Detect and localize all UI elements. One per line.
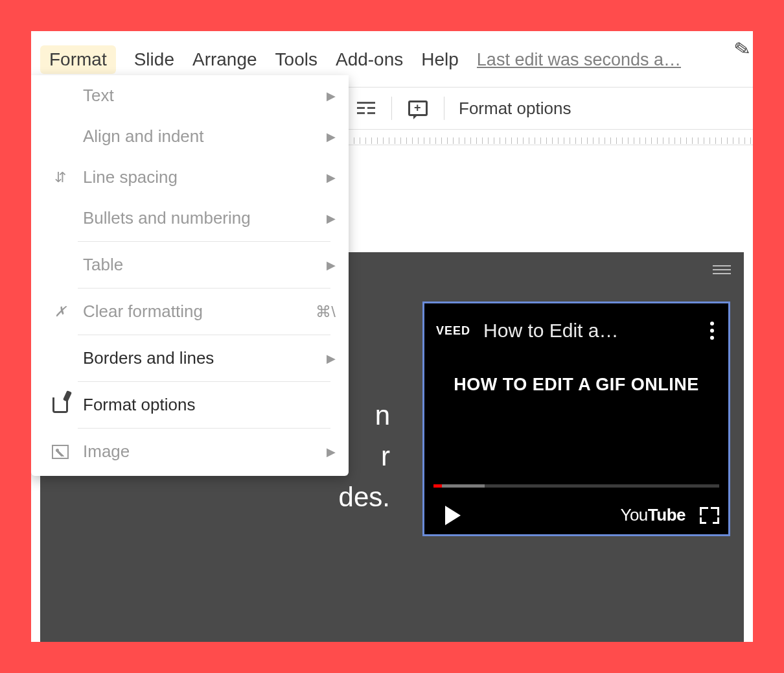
chevron-right-icon: ▶ — [327, 89, 336, 103]
slide-drag-handle-icon[interactable] — [713, 265, 731, 274]
clear-formatting-icon — [49, 303, 71, 320]
fullscreen-icon[interactable] — [700, 507, 719, 524]
video-controls: YouTube — [433, 505, 719, 525]
menu-item-table[interactable]: Table ▶ — [31, 244, 349, 285]
video-title[interactable]: How to Edit a… — [483, 320, 695, 342]
svg-rect-0 — [357, 102, 375, 104]
menu-addons[interactable]: Add-ons — [336, 49, 403, 70]
format-menu-dropdown: Text ▶ Align and indent ▶ Line spacing ▶… — [31, 75, 349, 476]
play-icon[interactable] — [445, 506, 461, 525]
kebab-menu-icon[interactable] — [708, 319, 717, 342]
svg-rect-4 — [367, 112, 375, 114]
menu-divider — [78, 381, 330, 382]
shortcut-label: ⌘\ — [316, 303, 336, 321]
menu-format[interactable]: Format — [40, 45, 116, 74]
chevron-right-icon: ▶ — [327, 130, 336, 144]
svg-rect-2 — [367, 107, 375, 109]
menu-divider — [78, 288, 330, 289]
text-line: des. — [338, 477, 390, 517]
menu-slide[interactable]: Slide — [134, 49, 174, 70]
chevron-right-icon: ▶ — [327, 351, 336, 366]
menu-item-align-indent[interactable]: Align and indent ▶ — [31, 116, 349, 157]
separator — [391, 97, 392, 120]
app-window: ✎ Format Slide Arrange Tools Add-ons Hel… — [31, 31, 753, 642]
menu-item-line-spacing[interactable]: Line spacing ▶ — [31, 157, 349, 198]
menu-item-bullets-numbering[interactable]: Bullets and numbering ▶ — [31, 198, 349, 239]
last-edit-status[interactable]: Last edit was seconds a… — [477, 50, 681, 70]
image-icon — [49, 445, 71, 459]
comment-icon[interactable] — [406, 99, 430, 117]
line-spacing-icon — [49, 169, 71, 186]
menu-help[interactable]: Help — [421, 49, 459, 70]
ruler — [342, 130, 753, 145]
paint-roller-icon — [49, 397, 71, 413]
menu-divider — [78, 241, 330, 242]
menu-tools[interactable]: Tools — [275, 49, 317, 70]
menu-item-format-options[interactable]: Format options — [31, 384, 349, 425]
chevron-right-icon: ▶ — [327, 445, 336, 459]
format-options-button[interactable]: Format options — [459, 99, 571, 119]
separator — [444, 97, 444, 120]
menu-item-borders-lines[interactable]: Borders and lines ▶ — [31, 338, 349, 379]
youtube-logo[interactable]: YouTube — [620, 505, 686, 525]
video-thumbnail-title: HOW TO EDIT A GIF ONLINE — [424, 350, 728, 401]
played-segment — [433, 484, 442, 488]
menu-item-text[interactable]: Text ▶ — [31, 75, 349, 116]
svg-rect-3 — [357, 112, 365, 114]
menu-divider — [78, 335, 330, 335]
menu-item-clear-formatting[interactable]: Clear formatting ⌘\ — [31, 291, 349, 332]
video-header: VEED How to Edit a… — [424, 303, 728, 350]
chevron-right-icon: ▶ — [327, 171, 336, 185]
menu-arrange[interactable]: Arrange — [192, 49, 257, 70]
menu-item-image[interactable]: Image ▶ — [31, 431, 349, 472]
chevron-right-icon: ▶ — [327, 211, 336, 226]
menu-divider — [78, 428, 330, 429]
table-icon[interactable] — [354, 99, 377, 117]
youtube-video-embed[interactable]: VEED How to Edit a… HOW TO EDIT A GIF ON… — [422, 301, 730, 536]
video-progress-bar[interactable] — [433, 484, 719, 488]
chevron-right-icon: ▶ — [327, 258, 336, 272]
channel-logo: VEED — [436, 324, 470, 338]
svg-rect-1 — [357, 107, 365, 109]
